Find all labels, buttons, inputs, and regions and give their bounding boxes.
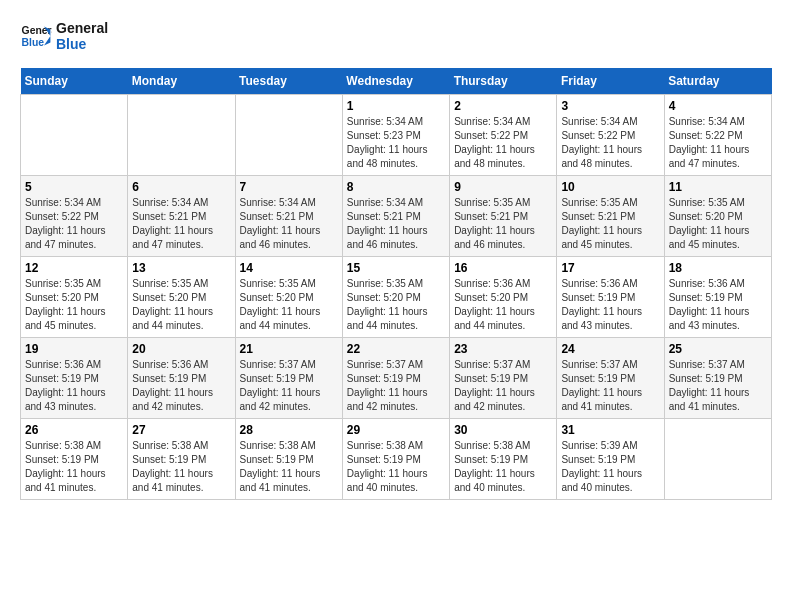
day-info: Sunrise: 5:34 AMSunset: 5:22 PMDaylight:… [454,115,552,171]
day-info: Sunrise: 5:34 AMSunset: 5:21 PMDaylight:… [240,196,338,252]
day-cell: 4Sunrise: 5:34 AMSunset: 5:22 PMDaylight… [664,95,771,176]
day-info: Sunrise: 5:35 AMSunset: 5:20 PMDaylight:… [25,277,123,333]
day-number: 28 [240,423,338,437]
day-number: 19 [25,342,123,356]
day-number: 23 [454,342,552,356]
day-cell: 2Sunrise: 5:34 AMSunset: 5:22 PMDaylight… [450,95,557,176]
day-cell: 9Sunrise: 5:35 AMSunset: 5:21 PMDaylight… [450,176,557,257]
day-info: Sunrise: 5:37 AMSunset: 5:19 PMDaylight:… [240,358,338,414]
day-number: 31 [561,423,659,437]
day-cell: 3Sunrise: 5:34 AMSunset: 5:22 PMDaylight… [557,95,664,176]
day-cell [235,95,342,176]
day-number: 15 [347,261,445,275]
day-cell: 29Sunrise: 5:38 AMSunset: 5:19 PMDayligh… [342,419,449,500]
logo: General Blue General Blue [20,20,108,52]
svg-text:Blue: Blue [22,37,45,48]
day-cell: 16Sunrise: 5:36 AMSunset: 5:20 PMDayligh… [450,257,557,338]
day-number: 6 [132,180,230,194]
logo-icon: General Blue [20,20,52,52]
day-number: 16 [454,261,552,275]
day-cell: 8Sunrise: 5:34 AMSunset: 5:21 PMDaylight… [342,176,449,257]
day-number: 10 [561,180,659,194]
day-number: 2 [454,99,552,113]
day-info: Sunrise: 5:39 AMSunset: 5:19 PMDaylight:… [561,439,659,495]
day-cell: 5Sunrise: 5:34 AMSunset: 5:22 PMDaylight… [21,176,128,257]
calendar-table: SundayMondayTuesdayWednesdayThursdayFrid… [20,68,772,500]
day-cell: 15Sunrise: 5:35 AMSunset: 5:20 PMDayligh… [342,257,449,338]
day-info: Sunrise: 5:36 AMSunset: 5:20 PMDaylight:… [454,277,552,333]
day-info: Sunrise: 5:38 AMSunset: 5:19 PMDaylight:… [132,439,230,495]
day-number: 14 [240,261,338,275]
day-info: Sunrise: 5:35 AMSunset: 5:20 PMDaylight:… [132,277,230,333]
day-number: 17 [561,261,659,275]
day-info: Sunrise: 5:34 AMSunset: 5:21 PMDaylight:… [132,196,230,252]
day-info: Sunrise: 5:38 AMSunset: 5:19 PMDaylight:… [454,439,552,495]
day-number: 7 [240,180,338,194]
day-number: 22 [347,342,445,356]
weekday-header-thursday: Thursday [450,68,557,95]
day-info: Sunrise: 5:34 AMSunset: 5:23 PMDaylight:… [347,115,445,171]
page-header: General Blue General Blue [20,20,772,52]
day-number: 8 [347,180,445,194]
day-cell: 27Sunrise: 5:38 AMSunset: 5:19 PMDayligh… [128,419,235,500]
day-cell: 30Sunrise: 5:38 AMSunset: 5:19 PMDayligh… [450,419,557,500]
day-number: 24 [561,342,659,356]
day-info: Sunrise: 5:34 AMSunset: 5:21 PMDaylight:… [347,196,445,252]
day-info: Sunrise: 5:34 AMSunset: 5:22 PMDaylight:… [25,196,123,252]
day-number: 27 [132,423,230,437]
day-cell: 17Sunrise: 5:36 AMSunset: 5:19 PMDayligh… [557,257,664,338]
day-cell: 28Sunrise: 5:38 AMSunset: 5:19 PMDayligh… [235,419,342,500]
day-cell: 18Sunrise: 5:36 AMSunset: 5:19 PMDayligh… [664,257,771,338]
day-cell: 6Sunrise: 5:34 AMSunset: 5:21 PMDaylight… [128,176,235,257]
day-number: 4 [669,99,767,113]
day-number: 9 [454,180,552,194]
day-info: Sunrise: 5:34 AMSunset: 5:22 PMDaylight:… [561,115,659,171]
day-number: 29 [347,423,445,437]
day-info: Sunrise: 5:34 AMSunset: 5:22 PMDaylight:… [669,115,767,171]
day-cell: 24Sunrise: 5:37 AMSunset: 5:19 PMDayligh… [557,338,664,419]
day-info: Sunrise: 5:36 AMSunset: 5:19 PMDaylight:… [132,358,230,414]
weekday-header-friday: Friday [557,68,664,95]
day-number: 20 [132,342,230,356]
week-row-2: 5Sunrise: 5:34 AMSunset: 5:22 PMDaylight… [21,176,772,257]
weekday-header-tuesday: Tuesday [235,68,342,95]
day-cell: 20Sunrise: 5:36 AMSunset: 5:19 PMDayligh… [128,338,235,419]
weekday-header-monday: Monday [128,68,235,95]
day-info: Sunrise: 5:36 AMSunset: 5:19 PMDaylight:… [25,358,123,414]
day-cell: 14Sunrise: 5:35 AMSunset: 5:20 PMDayligh… [235,257,342,338]
day-number: 18 [669,261,767,275]
day-cell: 22Sunrise: 5:37 AMSunset: 5:19 PMDayligh… [342,338,449,419]
day-info: Sunrise: 5:37 AMSunset: 5:19 PMDaylight:… [454,358,552,414]
day-number: 1 [347,99,445,113]
day-info: Sunrise: 5:35 AMSunset: 5:20 PMDaylight:… [347,277,445,333]
day-info: Sunrise: 5:35 AMSunset: 5:21 PMDaylight:… [454,196,552,252]
day-info: Sunrise: 5:38 AMSunset: 5:19 PMDaylight:… [25,439,123,495]
day-cell: 12Sunrise: 5:35 AMSunset: 5:20 PMDayligh… [21,257,128,338]
day-cell: 7Sunrise: 5:34 AMSunset: 5:21 PMDaylight… [235,176,342,257]
day-info: Sunrise: 5:37 AMSunset: 5:19 PMDaylight:… [561,358,659,414]
day-number: 5 [25,180,123,194]
day-cell: 13Sunrise: 5:35 AMSunset: 5:20 PMDayligh… [128,257,235,338]
day-number: 26 [25,423,123,437]
day-cell: 1Sunrise: 5:34 AMSunset: 5:23 PMDaylight… [342,95,449,176]
day-info: Sunrise: 5:36 AMSunset: 5:19 PMDaylight:… [669,277,767,333]
weekday-header-sunday: Sunday [21,68,128,95]
day-info: Sunrise: 5:38 AMSunset: 5:19 PMDaylight:… [347,439,445,495]
day-cell: 31Sunrise: 5:39 AMSunset: 5:19 PMDayligh… [557,419,664,500]
day-cell: 11Sunrise: 5:35 AMSunset: 5:20 PMDayligh… [664,176,771,257]
day-cell: 19Sunrise: 5:36 AMSunset: 5:19 PMDayligh… [21,338,128,419]
day-info: Sunrise: 5:37 AMSunset: 5:19 PMDaylight:… [347,358,445,414]
day-info: Sunrise: 5:38 AMSunset: 5:19 PMDaylight:… [240,439,338,495]
day-cell: 25Sunrise: 5:37 AMSunset: 5:19 PMDayligh… [664,338,771,419]
weekday-header-wednesday: Wednesday [342,68,449,95]
day-number: 25 [669,342,767,356]
day-number: 11 [669,180,767,194]
day-number: 12 [25,261,123,275]
day-cell: 23Sunrise: 5:37 AMSunset: 5:19 PMDayligh… [450,338,557,419]
day-number: 13 [132,261,230,275]
day-cell: 21Sunrise: 5:37 AMSunset: 5:19 PMDayligh… [235,338,342,419]
day-cell [664,419,771,500]
day-cell: 10Sunrise: 5:35 AMSunset: 5:21 PMDayligh… [557,176,664,257]
week-row-1: 1Sunrise: 5:34 AMSunset: 5:23 PMDaylight… [21,95,772,176]
day-number: 30 [454,423,552,437]
